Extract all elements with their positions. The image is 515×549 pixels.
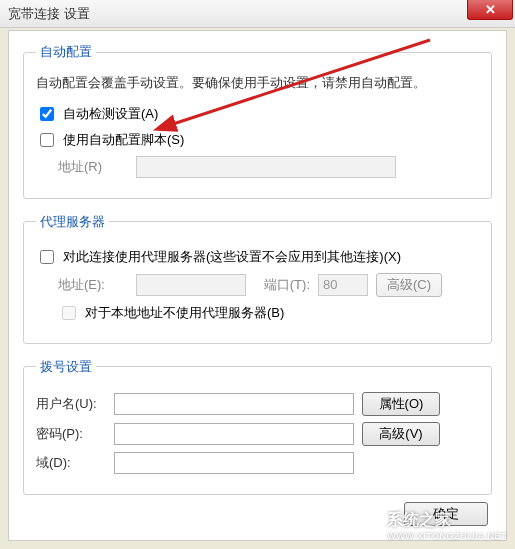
- proxy-use-label: 对此连接使用代理服务器(这些设置不会应用到其他连接)(X): [63, 248, 401, 266]
- auto-detect-checkbox[interactable]: 自动检测设置(A): [36, 104, 158, 124]
- dial-group: 拨号设置 用户名(U): 属性(O) 密码(P): 高级(V) 域(D):: [23, 358, 492, 495]
- proxy-legend: 代理服务器: [36, 213, 109, 231]
- watermark: 系统之家 WWW.XITONGZHIJIA.NET: [351, 510, 507, 541]
- close-button[interactable]: ✕: [467, 0, 513, 20]
- auto-script-label: 使用自动配置脚本(S): [63, 131, 184, 149]
- proxy-port-label: 端口(T):: [254, 276, 310, 294]
- dial-user-label: 用户名(U):: [36, 395, 106, 413]
- dial-legend: 拨号设置: [36, 358, 96, 376]
- title-bar: 宽带连接 设置: [0, 0, 515, 28]
- proxy-bypass-label: 对于本地地址不使用代理服务器(B): [85, 304, 284, 322]
- dial-pass-input[interactable]: [114, 423, 354, 445]
- dial-domain-input[interactable]: [114, 452, 354, 474]
- proxy-use-checkbox[interactable]: 对此连接使用代理服务器(这些设置不会应用到其他连接)(X): [36, 247, 401, 267]
- dial-pass-label: 密码(P):: [36, 425, 106, 443]
- proxy-port-input: [318, 274, 368, 296]
- dial-advanced-button[interactable]: 高级(V): [362, 422, 440, 446]
- auto-addr-input: [136, 156, 396, 178]
- dial-user-input[interactable]: [114, 393, 354, 415]
- proxy-group: 代理服务器 对此连接使用代理服务器(这些设置不会应用到其他连接)(X) 地址(E…: [23, 213, 492, 344]
- auto-config-legend: 自动配置: [36, 43, 96, 61]
- auto-config-group: 自动配置 自动配置会覆盖手动设置。要确保使用手动设置，请禁用自动配置。 自动检测…: [23, 43, 492, 199]
- auto-script-checkbox[interactable]: 使用自动配置脚本(S): [36, 130, 184, 150]
- proxy-bypass-checkbox: 对于本地地址不使用代理服务器(B): [58, 303, 284, 323]
- proxy-bypass-input: [62, 306, 76, 320]
- auto-config-desc: 自动配置会覆盖手动设置。要确保使用手动设置，请禁用自动配置。: [36, 73, 479, 94]
- proxy-advanced-button: 高级(C): [376, 273, 442, 297]
- dial-props-button[interactable]: 属性(O): [362, 392, 440, 416]
- settings-panel: 自动配置 自动配置会覆盖手动设置。要确保使用手动设置，请禁用自动配置。 自动检测…: [8, 30, 507, 541]
- watermark-text: 系统之家: [387, 510, 507, 531]
- proxy-addr-input: [136, 274, 246, 296]
- house-icon: [351, 511, 381, 541]
- proxy-use-input[interactable]: [40, 250, 54, 264]
- auto-detect-label: 自动检测设置(A): [63, 105, 158, 123]
- proxy-addr-label: 地址(E):: [58, 276, 128, 294]
- window-title: 宽带连接 设置: [8, 5, 90, 23]
- dial-domain-label: 域(D):: [36, 454, 106, 472]
- auto-script-input[interactable]: [40, 133, 54, 147]
- watermark-url: WWW.XITONGZHIJIA.NET: [387, 531, 507, 541]
- auto-addr-label: 地址(R): [58, 158, 128, 176]
- close-icon: ✕: [485, 2, 496, 17]
- svg-rect-1: [363, 529, 369, 537]
- auto-detect-input[interactable]: [40, 107, 54, 121]
